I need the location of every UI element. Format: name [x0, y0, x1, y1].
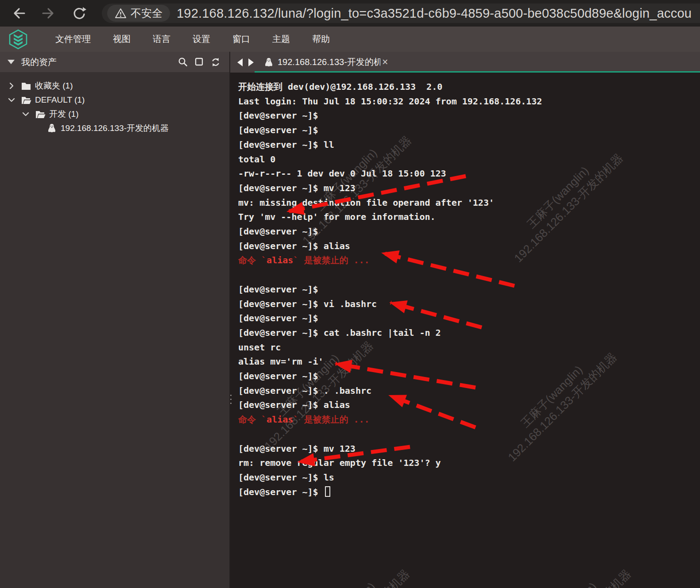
asset-tree: 收藏夹 (1) DEFAULT (1) 开发 (1) [0, 72, 229, 135]
terminal-line: [dev@server ~]$ mv 123 [238, 181, 542, 196]
terminal-line: [dev@server ~]$ [238, 108, 542, 123]
menu-item-file-management[interactable]: 文件管理 [55, 33, 91, 45]
browser-forward-button[interactable] [39, 4, 58, 23]
sidebar-header: 我的资产 [0, 52, 229, 72]
tree-node-host[interactable]: 192.168.126.133-开发的机器 [0, 121, 229, 135]
terminal-line: [dev@server ~]$ ls [238, 470, 542, 485]
sync-icon [211, 57, 220, 67]
terminal-line: [dev@server ~]$ [238, 123, 542, 138]
terminal-line: alias mv='rm -i' [238, 354, 542, 369]
menu-item-settings[interactable]: 设置 [193, 33, 210, 45]
tab-strip: 192.168.126.133-开发的机器 × [230, 52, 700, 73]
terminal-line: [dev@server ~]$ alias [238, 239, 542, 254]
terminal-line: [dev@server ~]$ vi .bashrc [238, 297, 542, 311]
tree-node-label: DEFAULT (1) [35, 95, 85, 105]
menu-item-window[interactable]: 窗口 [232, 33, 250, 45]
terminal-line: 命令 `alias` 是被禁止的 ... [238, 412, 542, 427]
chevron-right-icon[interactable] [6, 81, 17, 91]
menu-items: 文件管理 视图 语言 设置 窗口 主题 帮助 [55, 33, 330, 45]
menu-item-help[interactable]: 帮助 [312, 33, 330, 45]
warning-triangle-icon [115, 8, 127, 19]
terminal-line: [dev@server ~]$ [238, 282, 542, 297]
security-chip[interactable]: 不安全 [107, 5, 170, 22]
tree-node-favorites[interactable]: 收藏夹 (1) [0, 79, 229, 93]
terminal-line [238, 268, 542, 282]
terminal-line: [dev@server ~]$ . .bashrc [238, 384, 542, 398]
sidebar-splitter-handle[interactable] [230, 394, 232, 405]
terminal-line: 命令 `alias` 是被禁止的 ... [238, 253, 542, 268]
asset-sidebar: 我的资产 [0, 52, 229, 588]
tree-node-label: 收藏夹 (1) [35, 80, 73, 92]
refresh-icon [72, 6, 87, 21]
menu-item-view[interactable]: 视图 [113, 33, 131, 45]
url-text: 192.168.126.132/luna/?login_to=c3a3521d-… [177, 6, 692, 21]
terminal-line: [dev@server ~]$ alias [238, 398, 542, 412]
chevron-down-icon[interactable] [6, 95, 17, 105]
tree-node-default[interactable]: DEFAULT (1) [0, 93, 229, 107]
terminal-output: 开始连接到 dev(dev)@192.168.126.133 2.0Last l… [238, 80, 542, 499]
screen: { "colors": { "accent_teal": "#38c2a0", … [0, 0, 700, 588]
linux-penguin-icon [264, 58, 274, 67]
terminal[interactable]: 王麻子(wanglin)192.168.126.133-开发的机器王麻子(wan… [230, 73, 700, 588]
terminal-line: unset rc [238, 340, 542, 355]
session-watermark: 王麻子(wanglin)192.168.126.133-开发的机器 [287, 556, 413, 588]
browser-toolbar: 不安全 192.168.126.132/luna/?login_to=c3a35… [0, 0, 700, 27]
tab-scroll-right-button[interactable] [247, 58, 255, 67]
tab-close-button[interactable]: × [382, 57, 388, 67]
terminal-line: -rw-r--r-- 1 dev dev 0 Jul 18 15:00 123 [238, 166, 542, 181]
tab-title: 192.168.126.133-开发的机器 [278, 56, 380, 68]
layout-toggle-button[interactable] [194, 57, 204, 67]
address-bar[interactable]: 不安全 192.168.126.132/luna/?login_to=c3a35… [102, 4, 700, 23]
tab-scroll-left-button[interactable] [236, 58, 244, 67]
search-icon [178, 57, 188, 67]
terminal-line: total 0 [238, 152, 542, 167]
terminal-line: [dev@server ~]$ [238, 485, 542, 500]
terminal-line: [dev@server ~]$ ll [238, 138, 542, 152]
terminal-line: rm: remove regular empty file '123'? y [238, 456, 542, 470]
folder-open-icon [20, 95, 32, 105]
terminal-line: mv: missing destination file operand aft… [238, 196, 542, 210]
tree-node-label: 开发 (1) [49, 108, 79, 120]
sidebar-title: 我的资产 [21, 56, 57, 68]
terminal-line: [dev@server ~]$ [238, 369, 542, 384]
chevron-down-icon[interactable] [20, 109, 31, 119]
terminal-line: 开始连接到 dev(dev)@192.168.126.133 2.0 [238, 80, 542, 94]
jumpserver-logo-icon [8, 29, 28, 50]
terminal-line [238, 427, 542, 442]
browser-refresh-button[interactable] [70, 4, 89, 23]
forward-arrow-icon [41, 6, 56, 21]
terminal-line: Last login: Thu Jul 18 15:00:32 2024 fro… [238, 94, 542, 109]
terminal-line: [dev@server ~]$ [238, 311, 542, 326]
terminal-line: Try 'mv --help' for more information. [238, 210, 542, 224]
linux-penguin-icon [46, 123, 58, 134]
tree-node-label: 192.168.126.133-开发的机器 [61, 123, 169, 134]
security-chip-label: 不安全 [131, 6, 162, 20]
square-icon [194, 57, 204, 67]
collapse-triangle-icon[interactable] [8, 60, 15, 64]
terminal-line: [dev@server ~]$ [238, 224, 542, 239]
back-arrow-icon [12, 6, 27, 21]
search-button[interactable] [178, 57, 188, 67]
app-menu-bar: 文件管理 视图 语言 设置 窗口 主题 帮助 [0, 27, 700, 52]
terminal-cursor [325, 486, 330, 497]
session-tab[interactable]: 192.168.126.133-开发的机器 × [264, 52, 400, 73]
tree-node-dev-group[interactable]: 开发 (1) [0, 107, 229, 121]
terminal-line: [dev@server ~]$ mv 123 [238, 442, 542, 456]
folder-open-icon [35, 109, 46, 119]
session-watermark: 王麻子(wanglin)192.168.126.133-开发的机器 [508, 556, 634, 588]
folder-closed-icon [20, 81, 32, 91]
terminal-line: [dev@server ~]$ cat .bashrc |tail -n 2 [238, 326, 542, 340]
menu-item-theme[interactable]: 主题 [272, 33, 290, 45]
refresh-assets-button[interactable] [211, 57, 220, 67]
session-area: 192.168.126.133-开发的机器 × 王麻子(wanglin)192.… [229, 52, 700, 588]
browser-back-button[interactable] [10, 4, 28, 23]
menu-item-language[interactable]: 语言 [153, 33, 170, 45]
